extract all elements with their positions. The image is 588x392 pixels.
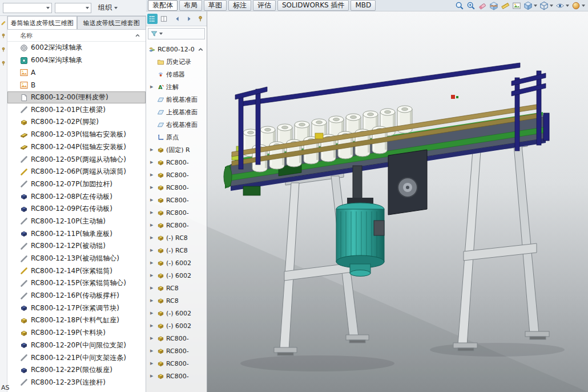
view-cube-button[interactable] [523,1,537,11]
tree-item[interactable]: ▶(固定) R [146,143,207,156]
list-item[interactable]: RC800-12-12P(被动辊) [7,240,146,253]
tree-item[interactable]: 右视基准面 [146,118,207,131]
collapse-tree-icon[interactable] [197,46,204,53]
section-button[interactable] [489,1,498,11]
pin-icon[interactable] [195,14,206,24]
ribbon-tab[interactable]: 布局 [179,0,202,11]
expand-arrow-icon[interactable]: ▶ [150,160,155,165]
expand-arrow-icon[interactable]: ▶ [150,248,155,253]
tree-item[interactable]: ▶RC800- [146,181,207,194]
tree-item[interactable]: ▶(-) 6002 [146,319,207,332]
list-item[interactable]: B [7,79,146,91]
expand-arrow-icon[interactable]: ▶ [150,311,155,315]
tree-item[interactable]: 原点 [146,131,207,143]
measure-button[interactable] [501,1,510,11]
list-item[interactable]: RC800-12-17P(张紧调节块) [7,302,146,314]
list-item[interactable]: RC800-12-11P(轴承座板) [7,227,146,240]
document-tab[interactable]: 卷筒输送皮带线三维图 [7,16,77,29]
expand-arrow-icon[interactable]: ▶ [150,173,155,177]
list-item[interactable]: RC800-12-21P(中间支架连条) [7,351,146,364]
list-item[interactable]: RC800-12-02P(脚架) [7,116,146,129]
expand-arrow-icon[interactable]: ▶ [150,298,155,303]
expand-arrow-icon[interactable]: ▶ [150,273,155,278]
tree-filter[interactable] [148,28,205,39]
tree-item[interactable]: ▶(-) 6002 [146,257,207,269]
folder-dropdown[interactable] [3,3,52,13]
expand-arrow-icon[interactable]: ▶ [150,85,155,89]
collapse-panel-icon[interactable] [134,32,141,39]
list-item[interactable]: A [7,66,146,79]
eraser-button[interactable] [478,1,487,11]
display-style-button[interactable] [539,1,553,11]
pin-icon[interactable] [1,47,6,53]
list-item[interactable]: RC800-12-20P(中间限位支架) [7,339,146,352]
list-item[interactable]: 6002深沟球轴承 [7,42,146,54]
list-item[interactable]: RC800-12-07P(加固拉杆) [7,178,146,191]
tree-item[interactable]: ▶RC8 [146,282,207,294]
expand-arrow-icon[interactable]: ▶ [150,336,155,341]
list-item[interactable]: RC800-12-06P(两端从动滚筒) [7,166,146,178]
expand-arrow-icon[interactable]: ▶ [150,223,155,227]
tree-item[interactable]: ▶(-) RC8 [146,244,207,257]
expand-arrow-icon[interactable]: ▶ [150,198,155,202]
ribbon-tab[interactable]: 装配体 [148,0,178,11]
display-pane-tab[interactable] [159,14,169,24]
tree-item[interactable]: ▶RC800- [146,219,207,231]
list-item[interactable]: RC800-12-18P(卡料气缸座) [7,314,146,327]
tree-item[interactable]: ▶RC800- [146,156,207,169]
pin-icon[interactable] [1,33,6,39]
image-button[interactable] [512,1,521,11]
list-item[interactable]: RC800-12-23P(连接杆) [7,377,146,389]
expand-arrow-icon[interactable]: ▶ [150,185,155,190]
document-tab[interactable]: 输送皮带线三维套图 [77,16,147,29]
tree-item[interactable]: ▶RC800- [146,206,207,219]
collapse-left-icon[interactable] [172,14,183,24]
list-item[interactable]: RC800-12-03P(辊轴右安装板) [7,129,146,141]
zoom-area-button[interactable] [466,1,476,11]
tree-item[interactable]: ▶RC800- [146,370,207,382]
expand-right-icon[interactable] [184,14,194,24]
list-item[interactable]: RC800-12-10P(主动轴) [7,215,146,228]
expand-arrow-icon[interactable]: ▶ [150,210,155,215]
view-dropdown[interactable] [55,3,91,13]
ribbon-tab[interactable]: 标注 [228,0,251,11]
tree-root[interactable]: RC800-12-0 [146,43,207,55]
3d-viewport[interactable] [146,11,588,392]
tree-item[interactable]: 前视基准面 [146,93,207,106]
tree-item[interactable]: ▶(-) 6002 [146,269,207,282]
expand-arrow-icon[interactable]: ▶ [150,361,155,366]
zoom-fit-button[interactable] [455,1,464,11]
tree-item[interactable]: ▶RC800- [146,169,207,181]
list-item[interactable]: RC800-12-00(理料皮带) [7,91,146,104]
tree-item[interactable]: ▶A注解 [146,81,207,93]
tree-item[interactable]: ▶(-) RC8 [146,231,207,244]
tree-item[interactable]: ▶RC800- [146,357,207,370]
list-item[interactable]: RC800-12-22P(限位板座) [7,364,146,377]
pin-icon[interactable] [1,61,6,66]
expand-arrow-icon[interactable]: ▶ [150,261,155,265]
tree-item[interactable]: ▶RC800- [146,332,207,345]
chevron-down-icon[interactable] [566,5,569,7]
list-item[interactable]: RC800-12-05P(两端从动轴心) [7,153,146,166]
list-item[interactable]: RC800-12-19P(卡料块) [7,327,146,339]
tree-item[interactable]: ▶(-) 6002 [146,307,207,319]
expand-arrow-icon[interactable]: ▶ [150,323,155,328]
list-item[interactable]: RC800-12-01P(主横梁) [7,103,146,116]
organize-button[interactable]: 组织 [94,2,122,14]
list-item[interactable]: RC800-12-08P(左传动板) [7,190,146,203]
chevron-down-icon[interactable] [534,5,537,7]
ribbon-tab[interactable]: MBD [351,0,376,11]
pencil-icon[interactable] [1,19,6,25]
expand-arrow-icon[interactable]: ▶ [150,374,155,378]
chevron-down-icon[interactable] [550,5,553,7]
chevron-down-icon[interactable] [582,5,585,7]
ribbon-tab[interactable]: 评估 [253,0,276,11]
tree-item[interactable]: ▶RC800- [146,345,207,357]
list-item[interactable]: RC800-12-16P(传动板撑杆) [7,290,146,302]
list-item[interactable]: RC800-12-04P(辊轴左安装板) [7,141,146,154]
tree-item[interactable]: 上视基准面 [146,106,207,118]
list-item[interactable]: 6004深沟球轴承 [7,54,146,67]
featuremanager-tree-tab[interactable] [147,14,158,24]
3d-model[interactable] [146,11,588,392]
expand-arrow-icon[interactable]: ▶ [150,147,155,152]
